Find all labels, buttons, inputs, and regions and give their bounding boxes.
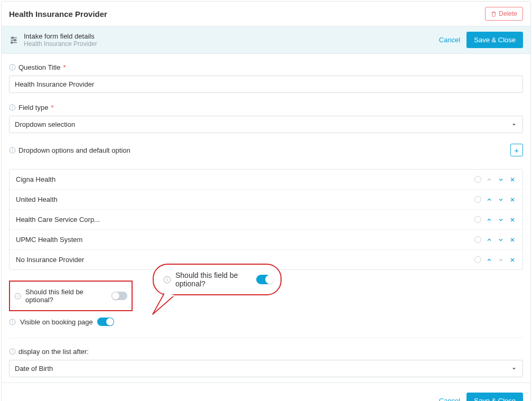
- save-close-button-bottom[interactable]: Save & Close: [466, 393, 523, 401]
- move-up-button[interactable]: [486, 256, 493, 264]
- option-text: Health Care Service Corp...: [16, 216, 100, 223]
- option-row: Health Care Service Corp...: [10, 210, 522, 230]
- delete-button[interactable]: Delete: [485, 7, 523, 21]
- cancel-button-bottom[interactable]: Cancel: [439, 397, 460, 401]
- option-row: UPMC Health System: [10, 230, 522, 250]
- move-up-button[interactable]: [486, 176, 493, 183]
- move-down-button[interactable]: [497, 196, 505, 203]
- info-icon: [9, 147, 16, 154]
- remove-option-button[interactable]: [509, 236, 516, 244]
- info-icon: [14, 293, 21, 300]
- default-option-radio[interactable]: [474, 216, 481, 223]
- svg-point-33: [12, 350, 13, 351]
- move-down-button[interactable]: [497, 176, 505, 183]
- info-icon: [9, 319, 16, 325]
- svg-point-14: [12, 149, 13, 150]
- save-close-button-top[interactable]: Save & Close: [466, 32, 523, 48]
- subheader-title: Intake form field details: [24, 32, 97, 40]
- move-down-button[interactable]: [497, 236, 505, 244]
- default-option-radio[interactable]: [474, 196, 481, 203]
- default-option-radio[interactable]: [474, 176, 481, 183]
- trash-icon: [491, 11, 497, 17]
- options-list: Cigna HealthUnited HealthHealth Care Ser…: [9, 169, 523, 270]
- move-up-button[interactable]: [486, 196, 493, 203]
- field-type-select[interactable]: Dropdown selection: [9, 116, 523, 133]
- option-text: Cigna Health: [16, 175, 55, 183]
- option-row: Cigna Health: [10, 170, 522, 190]
- display-after-select[interactable]: Date of Birth: [9, 360, 523, 377]
- option-text: No Insurance Provider: [16, 256, 84, 264]
- remove-option-button[interactable]: [509, 216, 516, 223]
- move-down-button[interactable]: [497, 216, 505, 223]
- svg-point-30: [12, 321, 13, 321]
- page-title: Health Insurance Provider: [9, 10, 107, 18]
- delete-label: Delete: [499, 10, 517, 17]
- cancel-button-top[interactable]: Cancel: [439, 36, 460, 44]
- svg-point-11: [12, 106, 13, 107]
- move-down-button[interactable]: [497, 256, 505, 264]
- required-mark: *: [51, 104, 53, 111]
- field-type-label: Field type: [18, 104, 48, 111]
- option-row: No Insurance Provider: [10, 250, 522, 269]
- remove-option-button[interactable]: [509, 256, 516, 264]
- optional-toggle[interactable]: [111, 292, 127, 300]
- divider: [9, 338, 523, 338]
- highlight-box: Should this field be optional?: [9, 281, 133, 311]
- move-up-button[interactable]: [486, 236, 493, 244]
- info-icon: [9, 104, 16, 111]
- subheader-subtitle: Health Insurance Provider: [24, 40, 97, 48]
- question-title-input[interactable]: [9, 76, 523, 93]
- add-option-button[interactable]: +: [510, 144, 523, 156]
- option-text: UPMC Health System: [16, 236, 82, 244]
- info-icon: [9, 348, 16, 355]
- remove-option-button[interactable]: [509, 176, 516, 183]
- option-row: United Health: [10, 190, 522, 210]
- dropdown-options-label: Dropdown options and default option: [18, 146, 130, 154]
- default-option-radio[interactable]: [474, 236, 481, 243]
- visible-toggle[interactable]: [97, 318, 114, 326]
- svg-point-8: [12, 66, 13, 67]
- default-option-radio[interactable]: [474, 256, 481, 263]
- move-up-button[interactable]: [486, 216, 493, 223]
- remove-option-button[interactable]: [509, 196, 516, 203]
- question-title-label: Question Title: [18, 63, 61, 71]
- svg-point-3: [12, 37, 13, 39]
- required-mark: *: [63, 63, 66, 71]
- optional-toggle-label: Should this field be optional?: [25, 288, 107, 304]
- display-after-label: display on the list after:: [18, 348, 89, 356]
- info-icon: [9, 64, 16, 71]
- svg-point-5: [11, 42, 13, 43]
- svg-point-4: [14, 39, 16, 41]
- option-text: United Health: [16, 195, 58, 203]
- svg-point-27: [17, 295, 18, 295]
- sliders-icon: [9, 35, 18, 45]
- visible-toggle-label: Visible on booking page: [20, 318, 93, 326]
